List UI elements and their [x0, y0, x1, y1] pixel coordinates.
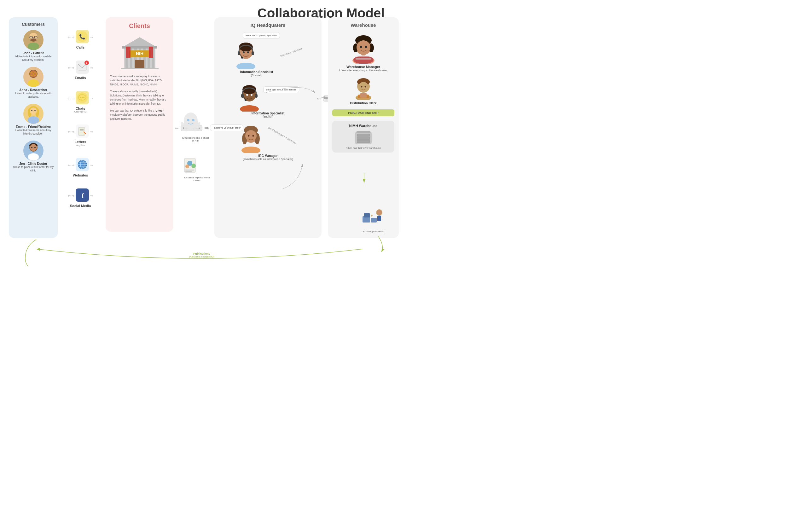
customers-panel-title: Customers	[13, 22, 54, 27]
join-chat-label: Join chat to translate	[280, 47, 302, 58]
svg-point-75	[191, 164, 196, 168]
svg-point-7	[28, 79, 39, 87]
customer-anna-desc: I want to order publication with statist…	[13, 92, 54, 99]
svg-point-124	[364, 86, 366, 88]
distribution-clerk-avatar	[353, 75, 375, 100]
svg-rect-65	[149, 46, 153, 58]
svg-rect-91	[241, 94, 244, 98]
clients-text-2: These calls are actually forwarded to IQ…	[110, 90, 169, 106]
customer-emma: Emma - Friend/Relative I want to know mo…	[13, 104, 54, 135]
svg-point-116	[365, 46, 367, 48]
exhibits-icon	[361, 204, 386, 229]
channel-social-media-label: Social Media	[70, 204, 91, 208]
svg-point-114	[357, 40, 370, 54]
svg-point-26	[30, 144, 37, 151]
specialist-spanish-sub: (Spanish)	[233, 74, 280, 77]
svg-rect-128	[357, 137, 370, 140]
svg-rect-126	[357, 131, 370, 133]
svg-point-79	[237, 63, 255, 69]
channel-emails-label: Emails	[75, 76, 86, 80]
specialist-spanish-name: Information Specialist	[233, 70, 280, 74]
svg-rect-108	[356, 55, 371, 57]
svg-rect-64	[126, 46, 131, 58]
pick-pack-bar: PICK, PACK AND SHIP	[332, 109, 394, 116]
channel-websites-label: Websites	[73, 173, 88, 177]
svg-rect-119	[360, 93, 367, 98]
svg-point-23	[29, 153, 38, 160]
clients-text-3: We can say that IQ Solutions is like a '…	[110, 109, 169, 121]
clients-panel: Clients NIH The customers make an inquir…	[106, 17, 173, 232]
nimh-warehouse-title: NIMH Warehouse	[335, 124, 391, 128]
svg-point-28	[34, 147, 36, 148]
channel-letters-label: Letters	[75, 140, 87, 144]
customer-jen: Jen - Clinic Doctor I'd like to place a …	[13, 140, 54, 172]
svg-rect-83	[251, 51, 254, 55]
customer-john-name: John - Patient	[23, 51, 43, 55]
svg-point-34	[80, 97, 81, 98]
channels-column: ⇐ ⇒ 📞 ⇒ Calls ⇐ ⇒ 1 ⇒ Emails	[61, 30, 99, 208]
svg-point-6	[28, 42, 39, 50]
nimh-warehouse-icon	[354, 130, 373, 145]
irc-manager-speech: I approve your bulk order	[210, 125, 244, 131]
warehouse-manager-name: Warehouse Manager	[332, 65, 394, 69]
svg-rect-131	[364, 213, 370, 217]
clients-panel-title: Clients	[110, 22, 169, 30]
report-area: IQ sends reports to the clients	[183, 157, 211, 182]
nimh-warehouse-box: NIMH Warehouse NIMH has their own wareho…	[332, 121, 394, 153]
svg-point-14	[28, 116, 39, 124]
ghost-icon	[181, 112, 200, 134]
publications-area: Publications (All clients except NCI)	[189, 252, 215, 258]
customer-anna-name: Anna - Researcher	[19, 88, 47, 92]
specialist-english-name: Information Specialist	[251, 112, 284, 115]
svg-point-134	[377, 210, 382, 215]
ghost-label-2: IQ sends reports to the clients	[183, 176, 211, 182]
svg-rect-107	[356, 58, 371, 60]
svg-text:📞: 📞	[79, 34, 86, 40]
channel-chats-label: Chats	[76, 107, 86, 110]
svg-rect-82	[238, 51, 240, 55]
specialist-spanish-avatar	[233, 41, 259, 69]
channel-letters: ⇐ ⇒ ⇒ Letters Very few	[61, 125, 99, 147]
nimh-warehouse-desc: NIMH has their own warehouse	[335, 147, 391, 149]
report-icon	[183, 157, 200, 175]
svg-point-9	[30, 70, 37, 77]
exhibits-section: Exhibits (All clients)	[361, 204, 386, 233]
channel-social-media: ⇐ ⇒ f ⇒ Social Media	[61, 188, 99, 208]
svg-rect-66	[121, 68, 158, 69]
svg-point-27	[31, 147, 33, 148]
specialist-english-speech: Let's talk about your issues	[263, 87, 299, 93]
publications-sub: (All clients except NCI)	[189, 255, 215, 258]
svg-point-86	[243, 51, 245, 53]
channel-calls-label: Calls	[76, 45, 85, 49]
customers-panel: Customers John - Patient I'd like to tal…	[9, 17, 58, 238]
warehouse-manager-desc: Looks after everything in the warehouse.	[332, 69, 394, 72]
channel-letters-sub: Very few	[76, 144, 86, 147]
svg-point-21	[34, 110, 36, 111]
channel-calls: ⇐ ⇒ 📞 ⇒ Calls	[61, 30, 99, 49]
customer-jen-name: Jen - Clinic Doctor	[19, 162, 47, 166]
send-bulk-label: Send bulk order for approval	[267, 126, 296, 144]
customer-anna: Anna - Researcher I want to order public…	[13, 67, 54, 99]
customer-emma-name: Emma - Friend/Relative	[16, 125, 51, 129]
ghost-area: IQ functions like a ghost of NIH	[181, 112, 210, 142]
svg-point-19	[30, 108, 37, 114]
svg-point-122	[358, 82, 369, 92]
warehouse-panel-title: Warehouse	[332, 22, 394, 28]
svg-text:NIH: NIH	[135, 51, 143, 56]
customer-emma-desc: I want to know more about my friend's co…	[13, 129, 54, 135]
warehouse-manager-avatar	[349, 32, 378, 64]
svg-rect-78	[185, 171, 192, 172]
nih-building-icon: NIH	[119, 35, 160, 69]
svg-point-94	[245, 99, 246, 101]
exhibits-label: Exhibits (All clients)	[361, 230, 386, 233]
svg-rect-77	[185, 170, 194, 171]
channel-emails: ⇐ ⇒ 1 ⇒ Emails	[61, 60, 99, 80]
svg-point-36	[83, 97, 85, 98]
svg-text:f: f	[82, 192, 84, 200]
svg-point-123	[361, 86, 362, 88]
warehouse-manager-section: Warehouse Manager Looks after everything…	[332, 32, 394, 72]
svg-point-103	[248, 135, 249, 137]
channel-websites: ⇐ ⇒ ⇒ Websites	[61, 158, 99, 177]
svg-marker-59	[122, 37, 157, 47]
distribution-clerk-section: Distribution Clerk	[332, 75, 394, 105]
